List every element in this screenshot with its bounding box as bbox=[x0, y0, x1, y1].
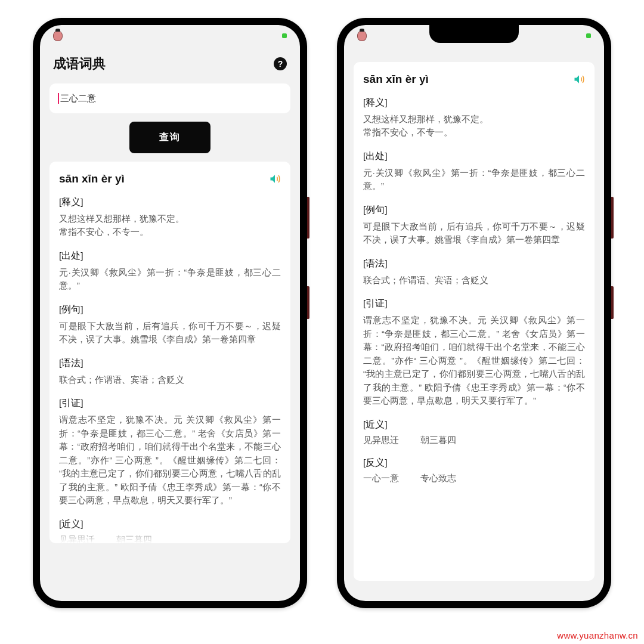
display-notch bbox=[429, 25, 519, 43]
phone-frame-right: sān xīn èr yì [释义] 又想这样又想那样，犹豫不定。 常指不安心，… bbox=[337, 18, 611, 608]
search-input[interactable] bbox=[58, 94, 282, 104]
result-card[interactable]: sān xīn èr yì [释义] 又想这样又想那样，犹豫不定。 常指不安心，… bbox=[49, 162, 290, 543]
pinyin-text: sān xīn èr yì bbox=[59, 172, 125, 185]
section-body-source: 元·关汉卿《救风尘》第一折：“争奈是匪妓，都三心二意。” bbox=[363, 166, 585, 193]
phone-side-button bbox=[611, 286, 614, 319]
search-card bbox=[49, 83, 290, 113]
screen-right: sān xīn èr yì [释义] 又想这样又想那样，犹豫不定。 常指不安心，… bbox=[344, 25, 604, 601]
section-label-definition: [释义] bbox=[363, 97, 585, 109]
antonym-row: 一心一意 专心致志 bbox=[363, 473, 585, 484]
phone-side-button bbox=[611, 197, 614, 239]
status-indicator-icon bbox=[586, 33, 591, 38]
query-button[interactable]: 查询 bbox=[129, 122, 210, 153]
pinyin-text: sān xīn èr yì bbox=[363, 73, 429, 86]
status-bar bbox=[40, 25, 300, 47]
section-body-citation: 谓意志不坚定，犹豫不决。元 关汉卿《救风尘》第一折：“争奈是匪妓，都三心二意。”… bbox=[59, 413, 281, 507]
synonym-word[interactable]: 朝三暮四 bbox=[420, 435, 456, 446]
section-body-definition: 又想这样又想那样，犹豫不定。 常指不安心，不专一。 bbox=[363, 113, 585, 140]
section-label-grammar: [语法] bbox=[363, 258, 585, 270]
section-label-example: [例句] bbox=[363, 204, 585, 216]
section-label-synonym: [近义] bbox=[363, 419, 585, 431]
text-caret bbox=[58, 93, 59, 104]
section-label-definition: [释义] bbox=[59, 196, 281, 209]
screen-left: 成语词典 ? 查询 sān xīn èr yì bbox=[40, 25, 300, 601]
phone-frame-left: 成语词典 ? 查询 sān xīn èr yì bbox=[33, 18, 307, 608]
synonym-row: 见异思迁 朝三暮四 bbox=[59, 534, 281, 543]
qq-icon bbox=[53, 30, 63, 41]
speaker-icon[interactable] bbox=[573, 73, 585, 85]
qq-icon bbox=[357, 30, 367, 41]
section-body-example: 可是眼下大敌当前，后有追兵，你可千万不要～，迟疑不决，误了大事。姚雪垠《李自成》… bbox=[59, 320, 281, 346]
antonym-word[interactable]: 专心致志 bbox=[420, 473, 456, 484]
watermark-text: www.yuanzhanw.cn bbox=[557, 630, 638, 640]
section-label-grammar: [语法] bbox=[59, 357, 281, 370]
section-body-grammar: 联合式；作谓语、宾语；含贬义 bbox=[363, 274, 585, 287]
section-body-grammar: 联合式；作谓语、宾语；含贬义 bbox=[59, 373, 281, 386]
section-label-source: [出处] bbox=[363, 150, 585, 163]
section-label-citation: [引证] bbox=[59, 397, 281, 410]
section-label-synonym: [近义] bbox=[59, 518, 281, 531]
section-label-antonym: [反义] bbox=[363, 457, 585, 469]
section-body-definition: 又想这样又想那样，犹豫不定。 常指不安心，不专一。 bbox=[59, 212, 281, 239]
synonym-word[interactable]: 见异思迁 bbox=[363, 435, 399, 446]
section-body-citation: 谓意志不坚定，犹豫不决。元 关汉卿《救风尘》第一折：“争奈是匪妓，都三心二意。”… bbox=[363, 314, 585, 407]
section-body-example: 可是眼下大敌当前，后有追兵，你可千万不要～，迟疑不决，误了大事。姚雪垠《李自成》… bbox=[363, 220, 585, 247]
synonym-word[interactable]: 见异思迁 bbox=[59, 534, 95, 543]
section-label-example: [例句] bbox=[59, 304, 281, 316]
app-title: 成语词典 bbox=[53, 55, 106, 73]
result-card[interactable]: sān xīn èr yì [释义] 又想这样又想那样，犹豫不定。 常指不安心，… bbox=[354, 62, 595, 581]
phone-side-button bbox=[307, 286, 309, 319]
synonym-row: 见异思迁 朝三暮四 bbox=[363, 435, 585, 446]
phone-side-button bbox=[307, 197, 309, 239]
antonym-word[interactable]: 一心一意 bbox=[363, 473, 399, 484]
speaker-icon[interactable] bbox=[269, 173, 281, 185]
app-header: 成语词典 ? bbox=[40, 47, 300, 83]
status-indicator-icon bbox=[282, 33, 287, 38]
section-body-source: 元·关汉卿《救风尘》第一折：“争奈是匪妓，都三心二意。” bbox=[59, 266, 281, 293]
synonym-word[interactable]: 朝三暮四 bbox=[116, 534, 152, 543]
section-label-source: [出处] bbox=[59, 250, 281, 262]
section-label-citation: [引证] bbox=[363, 298, 585, 310]
help-icon[interactable]: ? bbox=[274, 57, 287, 70]
